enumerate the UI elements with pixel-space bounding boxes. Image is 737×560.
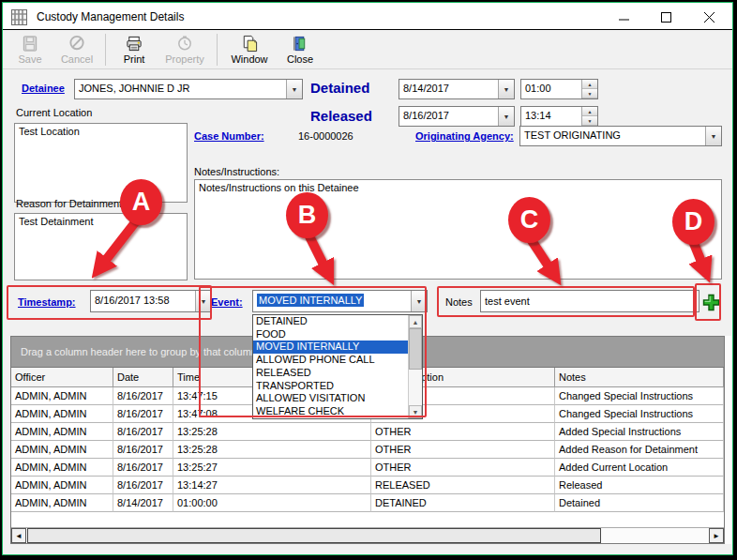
property-label: Property: [165, 53, 204, 65]
grid-vertical-scrollbar[interactable]: [725, 336, 731, 544]
released-date-dropdown-arrow-icon[interactable]: ▼: [498, 107, 514, 126]
detained-date-combobox[interactable]: 8/14/2017 ▼: [399, 79, 515, 99]
cell-description: OTHER: [371, 423, 555, 441]
print-label: Print: [124, 53, 145, 65]
title-bar: Custody Management Details: [3, 3, 732, 30]
cell-notes: Added Reason for Detainment: [555, 441, 724, 459]
cell-time: 13:25:27: [173, 459, 371, 477]
minimize-button[interactable]: [609, 7, 639, 27]
grid-row[interactable]: ADMIN, ADMIN 8/16/2017 13:25:28 OTHER Ad…: [11, 423, 724, 441]
window-icon: [240, 35, 259, 53]
close-button[interactable]: Close: [277, 32, 323, 68]
cell-notes: Added Current Location: [555, 459, 724, 477]
grid-row[interactable]: ADMIN, ADMIN 8/14/2017 01:00:00 DETAINED…: [11, 494, 724, 512]
custody-management-window: Custody Management Details Save Cancel: [2, 2, 733, 555]
cell-date: 8/16/2017: [113, 459, 173, 477]
originating-agency-value: TEST ORIGINATING: [520, 127, 705, 145]
cell-time: 13:25:28: [173, 423, 371, 441]
app-icon: [11, 9, 27, 25]
detainee-dropdown-arrow-icon[interactable]: ▼: [286, 80, 302, 98]
toolbar: Save Cancel Print: [3, 31, 732, 69]
maximize-icon: [661, 12, 671, 23]
released-time-up-icon[interactable]: ▲: [582, 107, 597, 116]
released-date-combobox[interactable]: 8/16/2017 ▼: [399, 106, 515, 127]
save-icon: [21, 35, 39, 53]
grid-horizontal-scrollbar[interactable]: ◄ ►: [11, 527, 724, 543]
case-number-value: 16-0000026: [298, 130, 353, 142]
callout-rect-d: [695, 283, 721, 321]
column-header-notes[interactable]: Notes: [555, 368, 724, 387]
cell-date: 8/16/2017: [113, 441, 173, 459]
cell-notes: Changed Special Instructions: [555, 387, 724, 405]
grid-scroll-thumb[interactable]: [27, 528, 601, 543]
callout-rect-c: [437, 286, 695, 317]
callout-balloon-a: A: [120, 179, 162, 225]
toolbar-separator: [217, 34, 218, 66]
case-number-label[interactable]: Case Number:: [194, 130, 264, 142]
callout-rect-b: [199, 286, 427, 417]
grid-row[interactable]: ADMIN, ADMIN 8/16/2017 13:14:27 RELEASED…: [11, 477, 724, 494]
detained-time-up-icon[interactable]: ▲: [582, 80, 597, 89]
save-label: Save: [18, 53, 41, 65]
detainee-value: JONES, JOHNNIE D JR: [75, 80, 286, 98]
maximize-button[interactable]: [651, 7, 681, 27]
originating-agency-combobox[interactable]: TEST ORIGINATING ▼: [519, 126, 722, 146]
detained-time-down-icon[interactable]: ▼: [582, 89, 597, 98]
callout-rect-a: [7, 285, 212, 320]
current-location-label: Current Location: [16, 107, 92, 118]
cancel-icon: [68, 35, 86, 53]
released-time-value: 13:14: [521, 107, 581, 126]
reason-for-detainment-textbox[interactable]: Test Detainment: [14, 213, 188, 280]
grid-row[interactable]: ADMIN, ADMIN 8/16/2017 13:25:27 OTHER Ad…: [11, 459, 724, 477]
cell-description: OTHER: [371, 441, 555, 459]
cell-description: DETAINED: [371, 494, 555, 512]
reason-for-detainment-label: Reason for Detainment: [16, 198, 122, 209]
grid-row[interactable]: ADMIN, ADMIN 8/16/2017 13:25:28 OTHER Ad…: [11, 441, 724, 459]
cell-notes: Added Special Instructions: [555, 423, 724, 441]
detained-time-spinner[interactable]: 01:00 ▲▼: [520, 79, 598, 99]
callout-balloon-c: C: [508, 197, 550, 243]
cell-notes: Detained: [555, 494, 724, 512]
detained-label: Detained: [310, 80, 369, 96]
detainee-label[interactable]: Detainee: [22, 83, 65, 94]
originating-agency-dropdown-arrow-icon[interactable]: ▼: [705, 127, 721, 145]
print-icon: [125, 35, 143, 53]
cell-officer: ADMIN, ADMIN: [11, 405, 113, 423]
cell-time: 13:25:28: [173, 441, 371, 459]
cell-officer: ADMIN, ADMIN: [11, 459, 113, 477]
close-window-button[interactable]: [694, 7, 724, 27]
column-header-officer[interactable]: Officer: [11, 368, 113, 387]
current-location-textbox[interactable]: Test Location: [14, 123, 188, 203]
originating-agency-label[interactable]: Originating Agency:: [415, 130, 514, 142]
cell-description: OTHER: [371, 459, 555, 477]
cell-date: 8/16/2017: [113, 387, 173, 405]
cell-date: 8/14/2017: [113, 494, 173, 512]
cell-officer: ADMIN, ADMIN: [11, 441, 113, 459]
released-time-down-icon[interactable]: ▼: [582, 116, 597, 126]
window-label: Window: [231, 53, 267, 65]
cell-description: RELEASED: [371, 477, 555, 494]
cell-officer: ADMIN, ADMIN: [11, 494, 113, 512]
cell-notes: Released: [555, 477, 724, 494]
scroll-left-icon[interactable]: ◄: [11, 528, 26, 543]
scroll-right-icon[interactable]: ►: [709, 528, 724, 543]
cell-date: 8/16/2017: [113, 423, 173, 441]
detained-date-dropdown-arrow-icon[interactable]: ▼: [498, 80, 514, 98]
close-door-icon: [291, 35, 309, 53]
callout-balloon-d: D: [672, 199, 714, 245]
detained-time-value: 01:00: [521, 80, 581, 98]
column-header-date[interactable]: Date: [113, 368, 173, 387]
detainee-combobox[interactable]: JONES, JOHNNIE D JR ▼: [74, 79, 303, 99]
grid-empty-area: [11, 512, 724, 527]
released-time-spinner[interactable]: 13:14 ▲▼: [520, 106, 598, 127]
cancel-label: Cancel: [61, 53, 93, 65]
print-button[interactable]: Print: [111, 32, 158, 68]
window-button[interactable]: Window: [222, 32, 277, 68]
cell-time: 13:14:27: [173, 477, 371, 494]
cancel-button[interactable]: Cancel: [53, 32, 100, 68]
released-label: Released: [310, 108, 372, 124]
notes-instructions-label: Notes/Instructions:: [194, 166, 279, 177]
property-button[interactable]: Property: [158, 32, 212, 68]
save-button[interactable]: Save: [7, 32, 53, 68]
notes-instructions-textbox[interactable]: Notes/Instructions on this Detainee: [194, 179, 722, 280]
